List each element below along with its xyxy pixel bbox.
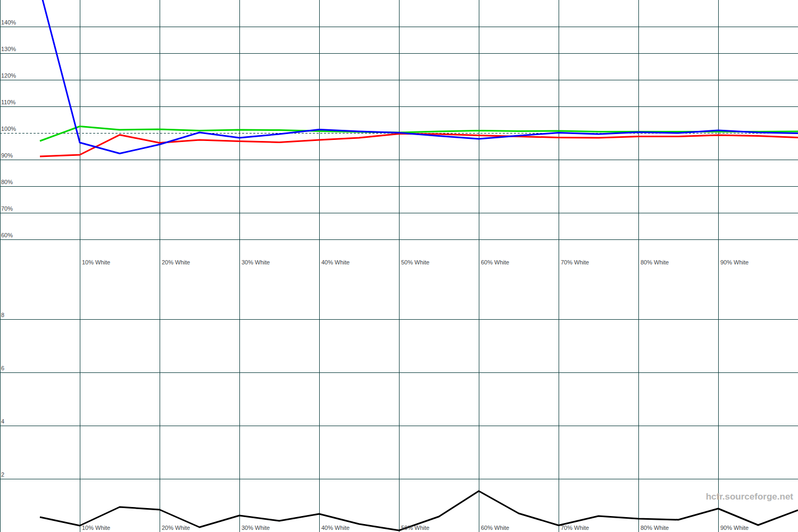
x-axis-tick-label: 80% White xyxy=(641,525,669,531)
x-axis-tick-label: 40% White xyxy=(321,259,350,265)
x-axis-tick-label: 60% White xyxy=(481,259,509,265)
y-axis-tick-label: 8 xyxy=(1,312,4,318)
y-axis-tick-label: 4 xyxy=(1,418,4,425)
x-axis-tick-label: 90% White xyxy=(720,259,749,265)
y-axis-tick-label: 60% xyxy=(1,232,13,238)
y-axis-tick-label: 120% xyxy=(1,72,16,79)
x-axis-tick-label: 10% White xyxy=(82,525,110,531)
grid-lines xyxy=(0,0,798,532)
y-axis-tick-label: 100% xyxy=(1,126,16,132)
y-axis-tick-label: 90% xyxy=(1,152,13,159)
y-axis-tick-label: 6 xyxy=(1,365,4,371)
x-axis-tick-label: 50% White xyxy=(401,525,429,531)
x-axis-tick-label: 30% White xyxy=(242,525,270,531)
x-axis-tick-label: 90% White xyxy=(720,525,749,531)
y-axis-tick-label: 140% xyxy=(1,19,16,26)
y-axis-tick-label: 80% xyxy=(1,179,13,185)
y-axis-tick-label: 110% xyxy=(1,99,16,105)
watermark: hcfr.sourceforge.net xyxy=(706,492,794,502)
x-axis-tick-label: 50% White xyxy=(401,259,429,265)
y-axis-tick-label: 2 xyxy=(1,471,4,478)
chart-canvas: 140%130%120%110%100%90%80%70%60%864210% … xyxy=(0,0,798,532)
x-axis-tick-label: 30% White xyxy=(242,259,270,265)
x-axis-tick-label: 60% White xyxy=(481,525,509,531)
blue-level-line xyxy=(40,0,798,154)
hcfr-grayscale-chart: 140%130%120%110%100%90%80%70%60%864210% … xyxy=(0,0,798,532)
y-axis-tick-label: 130% xyxy=(1,46,16,52)
axis-tick-labels: 140%130%120%110%100%90%80%70%60%864210% … xyxy=(1,19,749,531)
x-axis-tick-label: 80% White xyxy=(641,259,669,265)
x-axis-tick-label: 70% White xyxy=(561,259,589,265)
x-axis-tick-label: 20% White xyxy=(162,525,190,531)
x-axis-tick-label: 10% White xyxy=(82,259,110,265)
y-axis-tick-label: 70% xyxy=(1,205,13,212)
x-axis-tick-label: 70% White xyxy=(561,525,589,531)
x-axis-tick-label: 40% White xyxy=(321,525,350,531)
x-axis-tick-label: 20% White xyxy=(162,259,190,265)
